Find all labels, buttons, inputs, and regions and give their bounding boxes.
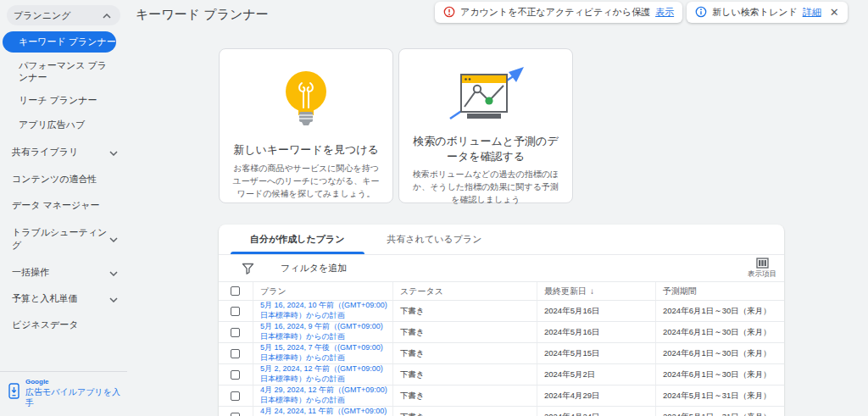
tab-label: 共有されているプラン [387,233,482,246]
get-mobile-app-link[interactable]: Google 広告モバイルアプリを入手 [0,371,127,416]
app-link-brand: Google [25,378,122,386]
updated-cell: 2024年5月16日 [537,301,655,321]
table-row: 4月 24, 2024, 11 午前（(GMT+09:00) 日本標準時）からの… [219,407,784,416]
sidebar-item-business-data[interactable]: ビジネスデータ [12,319,118,331]
info-icon [695,6,707,19]
sidebar-item-label: キーワード プランナー [19,36,116,48]
sidebar-item-label: リーチ プランナー [19,95,97,105]
plan-link[interactable]: 5月 16, 2024, 9 午前（(GMT+09:00) 日本標準時）からの計… [260,322,392,341]
banner-text: 新しい検索トレンド [712,6,798,19]
mobile-phone-icon [8,383,19,402]
plan-link[interactable]: 5月 16, 2024, 10 午前（(GMT+09:00) 日本標準時）からの… [260,301,392,320]
sidebar-item-label: 一括操作 [12,266,49,279]
plan-link[interactable]: 5月 15, 2024, 7 午後（(GMT+09:00) 日本標準時）からの計… [260,343,392,363]
sidebar-item-label: アプリ広告ハブ [19,119,85,130]
table-row: 4月 29, 2024, 12 午前（(GMT+09:00) 日本標準時）からの… [219,385,784,407]
sidebar-item-content-suitability[interactable]: コンテンツの適合性 [12,173,118,186]
column-header-status[interactable]: ステータス [392,282,537,300]
row-checkbox[interactable] [231,391,240,401]
table-row: 5月 16, 2024, 9 午前（(GMT+09:00) 日本標準時）からの計… [219,322,784,343]
sidebar-item-shared-library[interactable]: 共有ライブラリ [12,146,118,158]
updated-cell: 2024年5月15日 [537,343,655,363]
select-all-checkbox[interactable] [231,286,240,296]
row-checkbox[interactable] [231,413,240,416]
status-cell: 下書き [392,343,537,363]
sidebar-item-reach-planner[interactable]: リーチ プランナー [19,95,115,107]
row-checkbox[interactable] [231,370,240,380]
filter-icon[interactable] [242,263,254,275]
search-trends-banner: 新しい検索トレンド 詳細 ✕ [687,2,847,23]
table-row: 5月 2, 2024, 12 午前（(GMT+09:00) 日本標準時）からの計… [219,364,784,385]
plans-panel: 自分が作成したプラン 共有されているプラン フィルタを追加 表示項目 プラン ス… [219,225,784,416]
row-checkbox[interactable] [231,349,240,358]
card-description: 検索ボリュームなどの過去の指標のほか、そうした指標の効果に関する予測を確認しまし… [410,168,561,206]
sidebar-item-keyword-planner[interactable]: キーワード プランナー [3,31,116,53]
sidebar-item-data-manager[interactable]: データ マネージャー [12,199,118,212]
period-cell: 2024年6月1日～30日（来月） [655,301,784,321]
sidebar-item-label: コンテンツの適合性 [12,173,97,186]
table-header-row: プラン ステータス 最終更新日 ↓ 予測期間 [219,282,784,301]
columns-label: 表示項目 [748,269,776,280]
page-title: キーワード プランナー [136,7,269,23]
sidebar-item-app-ads-hub[interactable]: アプリ広告ハブ [19,119,115,131]
sidebar-item-label: トラブルシューティング [12,226,109,252]
action-cards: 新しいキーワードを見つける お客様の商品やサービスに関心を持つユーザーへのリーチ… [219,48,573,203]
row-checkbox[interactable] [231,328,240,337]
chevron-down-icon [109,294,118,304]
sidebar-item-label: 予算と入札単価 [12,292,77,305]
period-cell: 2024年6月1日～30日（来月） [655,343,784,363]
banner-details-link[interactable]: 詳細 [803,6,821,19]
table-row: 5月 16, 2024, 10 午前（(GMT+09:00) 日本標準時）からの… [219,301,784,322]
updated-cell: 2024年4月29日 [537,385,655,406]
status-cell: 下書き [392,301,537,321]
columns-button[interactable]: 表示項目 [748,258,776,280]
card-description: お客様の商品やサービスに関心を持つユーザーへのリーチにつながる、キーワードの候補… [231,162,381,200]
card-title: 検索のボリュームと予測のデータを確認する [410,134,561,164]
status-cell: 下書き [392,407,537,416]
discover-keywords-card[interactable]: 新しいキーワードを見つける お客様の商品やサービスに関心を持つユーザーへのリーチ… [219,48,393,203]
period-cell: 2024年6月1日～30日（来月） [655,322,784,342]
columns-icon [756,258,769,269]
search-volume-forecast-card[interactable]: 検索のボリュームと予測のデータを確認する 検索ボリュームなどの過去の指標のほか、… [398,48,573,203]
tab-shared-plans[interactable]: 共有されているプラン [366,225,504,254]
trend-chart-icon [443,64,528,130]
period-cell: 2024年5月1日～31日（来月） [655,407,784,416]
banner-show-link[interactable]: 表示 [655,6,674,19]
status-cell: 下書き [392,364,537,385]
add-filter-button[interactable]: フィルタを追加 [281,262,347,275]
card-title: 新しいキーワードを見つける [233,142,379,158]
sidebar-item-performance-planner[interactable]: パフォーマンス プランナー [19,60,115,84]
column-header-forecast-period[interactable]: 予測期間 [655,282,784,300]
status-cell: 下書き [392,385,537,406]
notification-banners: アカウントを不正なアクティビティから保護 表示 新しい検索トレンド 詳細 ✕ [435,2,848,23]
sidebar-item-label: パフォーマンス プランナー [19,60,107,82]
chevron-up-icon [103,10,111,20]
plan-link[interactable]: 4月 24, 2024, 11 午前（(GMT+09:00) 日本標準時）からの… [260,407,392,416]
plan-link[interactable]: 4月 29, 2024, 12 午前（(GMT+09:00) 日本標準時）からの… [260,385,392,405]
lightbulb-icon [278,64,334,139]
period-cell: 2024年6月1日～30日（来月） [655,364,784,385]
chevron-down-icon [109,268,118,278]
row-checkbox[interactable] [231,307,240,316]
status-cell: 下書き [392,322,537,342]
updated-cell: 2024年4月24日 [537,407,655,416]
table-row: 5月 15, 2024, 7 午後（(GMT+09:00) 日本標準時）からの計… [219,343,784,364]
tab-my-plans[interactable]: 自分が作成したプラン [229,225,366,254]
sidebar-item-label: データ マネージャー [12,199,100,212]
sidebar-item-planning[interactable]: プランニング [7,5,120,25]
sidebar-item-troubleshooting[interactable]: トラブルシューティング [12,226,118,252]
updated-cell: 2024年5月16日 [537,322,655,342]
app-link-label: 広告モバイルアプリを入手 [25,386,122,408]
column-header-last-updated[interactable]: 最終更新日 ↓ [537,282,655,300]
chevron-down-icon [109,234,118,244]
updated-cell: 2024年5月2日 [537,364,655,385]
sort-descending-icon: ↓ [590,286,594,296]
security-alert-banner: アカウントを不正なアクティビティから保護 表示 [435,2,682,23]
plans-tabbar: 自分が作成したプラン 共有されているプラン [219,225,784,255]
sidebar-item-bulk-actions[interactable]: 一括操作 [12,266,118,279]
column-header-plan[interactable]: プラン [253,282,392,300]
close-icon[interactable]: ✕ [830,7,839,18]
sidebar-item-budgets-bids[interactable]: 予算と入札単価 [12,292,118,305]
tab-label: 自分が作成したプラン [250,233,345,246]
plan-link[interactable]: 5月 2, 2024, 12 午前（(GMT+09:00) 日本標準時）からの計… [260,364,392,384]
